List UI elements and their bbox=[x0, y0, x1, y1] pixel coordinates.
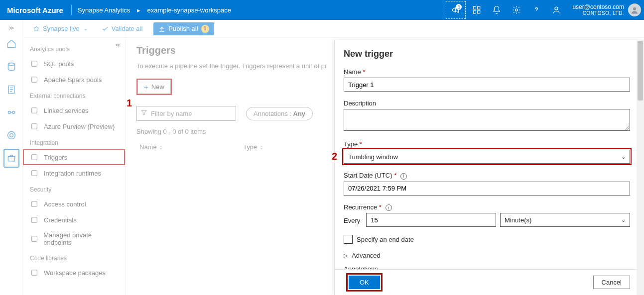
help-icon[interactable] bbox=[526, 0, 546, 20]
svg-rect-3 bbox=[478, 11, 480, 13]
svg-rect-20 bbox=[32, 201, 37, 207]
annotations-filter[interactable]: Annotations : Any bbox=[246, 107, 313, 120]
new-trigger-highlight: + New bbox=[136, 79, 172, 95]
recurrence-unit-value: Minute(s) bbox=[505, 216, 531, 224]
cancel-button[interactable]: Cancel bbox=[593, 276, 630, 289]
checkbox-icon[interactable] bbox=[344, 235, 353, 244]
validate-all-button[interactable]: Validate all bbox=[99, 23, 146, 34]
new-trigger-label: New bbox=[151, 83, 164, 91]
nav-item-icon bbox=[30, 234, 38, 243]
filter-box bbox=[136, 106, 236, 121]
svg-point-12 bbox=[9, 134, 13, 137]
rail-data[interactable] bbox=[3, 57, 19, 76]
rail-integrate[interactable] bbox=[3, 103, 19, 122]
breadcrumb-item[interactable]: Synapse Analytics bbox=[78, 6, 130, 14]
nav-item-label: SQL pools bbox=[44, 60, 74, 68]
advanced-toggle[interactable]: ▷ Advanced bbox=[344, 252, 630, 259]
sidebar-item-integration-runtimes[interactable]: Integration runtimes bbox=[23, 165, 125, 181]
rail-monitor[interactable] bbox=[3, 126, 19, 145]
collapse-rail-icon[interactable]: ≫ bbox=[8, 25, 14, 31]
svg-rect-16 bbox=[32, 108, 37, 113]
nav-item-label: Triggers bbox=[44, 154, 67, 161]
chevron-down-icon: ⌄ bbox=[621, 217, 626, 223]
brand: Microsoft Azure bbox=[7, 6, 63, 14]
nav-group-title: Security bbox=[23, 181, 125, 196]
rail-develop[interactable] bbox=[3, 80, 19, 99]
scrollbar-thumb[interactable] bbox=[638, 41, 643, 100]
recurrence-label: Recurrence * i bbox=[344, 203, 630, 211]
triangle-right-icon: ▷ bbox=[344, 253, 348, 258]
marker-2: 2 bbox=[332, 151, 337, 162]
breadcrumb[interactable]: Synapse Analytics ▸ example-synapse-work… bbox=[78, 6, 231, 14]
svg-point-7 bbox=[8, 63, 14, 66]
svg-rect-17 bbox=[32, 124, 37, 129]
sidebar-item-azure-purview-preview-[interactable]: Azure Purview (Preview) bbox=[23, 118, 125, 134]
ok-button[interactable]: OK bbox=[349, 276, 380, 289]
person-icon[interactable] bbox=[546, 0, 566, 20]
annotations-filter-label: Annotations : bbox=[254, 110, 293, 117]
end-date-checkbox-row[interactable]: Specify an end date bbox=[344, 235, 630, 244]
annotations-filter-value: Any bbox=[293, 110, 306, 117]
start-date-input[interactable] bbox=[344, 182, 630, 196]
rail-home[interactable] bbox=[3, 34, 19, 53]
svg-point-4 bbox=[515, 9, 518, 11]
synapse-live-button[interactable]: Synapse live ⌄ bbox=[30, 23, 91, 34]
publish-all-label: Publish all bbox=[168, 25, 198, 32]
column-type[interactable]: Type bbox=[243, 143, 264, 151]
nav-item-label: Access control bbox=[44, 200, 86, 208]
nav-item-label: Linked services bbox=[44, 107, 89, 114]
sidebar-item-linked-services[interactable]: Linked services bbox=[23, 102, 125, 118]
info-icon[interactable]: i bbox=[386, 204, 392, 211]
recurrence-unit-select[interactable]: Minute(s) ⌄ bbox=[500, 213, 630, 227]
breadcrumb-item[interactable]: example-synapse-workspace bbox=[147, 6, 231, 14]
end-date-label: Specify an end date bbox=[357, 236, 414, 243]
validate-all-label: Validate all bbox=[112, 25, 143, 32]
publish-all-button[interactable]: Publish all 1 bbox=[153, 22, 214, 35]
bell-icon[interactable] bbox=[487, 0, 507, 20]
type-label: Type * bbox=[344, 140, 630, 148]
feedback-icon[interactable] bbox=[467, 0, 487, 20]
gear-icon[interactable] bbox=[507, 0, 526, 20]
rail-manage[interactable] bbox=[3, 149, 19, 168]
type-select[interactable]: Tumbling window ⌄ bbox=[344, 150, 630, 164]
user-menu[interactable]: user@contoso.com CONTOSO, LTD. bbox=[566, 3, 644, 16]
name-label: Name * bbox=[344, 68, 630, 76]
nav-item-label: Integration runtimes bbox=[44, 170, 101, 177]
user-tenant: CONTOSO, LTD. bbox=[572, 10, 624, 16]
sidebar-item-triggers[interactable]: Triggers bbox=[23, 149, 125, 165]
sidebar-item-apache-spark-pools[interactable]: Apache Spark pools bbox=[23, 72, 125, 88]
nav-item-icon bbox=[30, 153, 39, 162]
recurrence-every-input[interactable] bbox=[366, 213, 496, 227]
filter-input[interactable] bbox=[136, 106, 236, 121]
sidebar-item-managed-private-endpoints[interactable]: Managed private endpoints bbox=[23, 228, 125, 250]
info-icon[interactable]: i bbox=[400, 173, 407, 180]
chevron-down-icon: ⌄ bbox=[621, 154, 626, 160]
svg-rect-22 bbox=[31, 236, 37, 242]
column-name[interactable]: Name bbox=[139, 143, 163, 151]
name-input[interactable] bbox=[344, 78, 630, 92]
svg-point-9 bbox=[8, 111, 10, 114]
publish-count-badge: 1 bbox=[201, 25, 209, 33]
description-input[interactable] bbox=[344, 109, 630, 131]
chevron-right-icon: ▸ bbox=[137, 6, 140, 14]
nav-item-icon bbox=[30, 122, 39, 131]
sidebar-item-sql-pools[interactable]: SQL pools bbox=[23, 56, 125, 72]
new-trigger-button[interactable]: + New bbox=[137, 80, 171, 94]
svg-rect-14 bbox=[32, 61, 37, 67]
sidebar-item-access-control[interactable]: Access control bbox=[23, 196, 125, 212]
collapse-nav-icon[interactable]: ≪ bbox=[115, 42, 121, 48]
nav-group-title: Code libraries bbox=[23, 250, 125, 265]
type-value: Tumbling window bbox=[348, 153, 398, 161]
annotations-header: Annotations bbox=[344, 265, 630, 269]
nav-item-icon bbox=[30, 169, 39, 178]
nav-item-icon bbox=[30, 59, 39, 68]
svg-rect-18 bbox=[32, 155, 37, 160]
nav-group-title: Integration bbox=[23, 134, 125, 149]
nav-item-label: Apache Spark pools bbox=[44, 76, 102, 84]
nav-item-label: Azure Purview (Preview) bbox=[44, 123, 115, 130]
svg-rect-23 bbox=[32, 270, 37, 276]
sidebar-item-workspace-packages[interactable]: Workspace packages bbox=[23, 265, 125, 281]
sidebar-item-credentials[interactable]: Credentials bbox=[23, 212, 125, 228]
ok-button-highlight: OK bbox=[349, 276, 380, 289]
announcements-icon[interactable]: 1 bbox=[446, 1, 466, 19]
